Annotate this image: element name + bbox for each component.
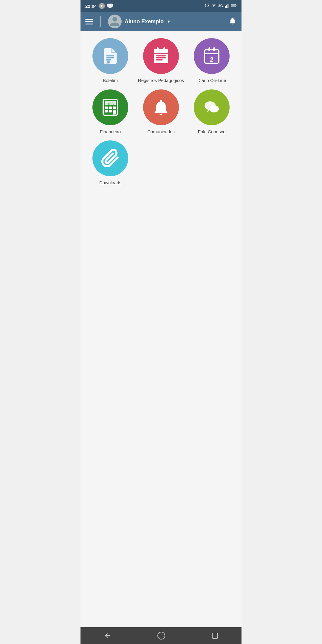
- diario-icon-circle: 2: [194, 38, 230, 74]
- comunicados-icon-circle: [143, 89, 179, 125]
- home-button[interactable]: [157, 631, 165, 640]
- svg-rect-29: [113, 106, 116, 109]
- svg-rect-17: [156, 57, 166, 58]
- fale-icon-circle: [194, 89, 230, 125]
- notification-bell[interactable]: [228, 17, 237, 26]
- navbar-divider: [100, 16, 101, 27]
- status-left: 22:04 P: [85, 3, 113, 9]
- menu-item-diario[interactable]: 2 Diário On-Line: [188, 38, 236, 83]
- svg-rect-1: [109, 7, 111, 7]
- bottom-navigation: [80, 627, 242, 644]
- svg-text:123: 123: [107, 101, 114, 106]
- navbar-left: Aluno Exemplo ▼: [85, 15, 171, 28]
- back-button[interactable]: [104, 632, 111, 639]
- svg-point-35: [209, 105, 219, 112]
- svg-rect-4: [226, 5, 227, 8]
- svg-rect-18: [156, 59, 162, 61]
- parking-icon: P: [99, 3, 105, 9]
- svg-rect-16: [156, 55, 166, 56]
- svg-rect-20: [163, 47, 165, 51]
- svg-rect-0: [107, 4, 113, 7]
- svg-rect-11: [106, 57, 114, 58]
- signal-bars-icon: [225, 4, 229, 9]
- menu-item-boletim[interactable]: Boletim: [86, 38, 134, 83]
- svg-rect-22: [208, 47, 210, 51]
- comunicados-label: Comunicados: [147, 129, 175, 135]
- svg-rect-23: [213, 47, 215, 51]
- svg-point-36: [158, 632, 165, 639]
- svg-rect-28: [109, 106, 112, 109]
- status-time: 22:04: [85, 4, 97, 9]
- svg-rect-8: [236, 5, 237, 6]
- user-section[interactable]: Aluno Exemplo ▼: [108, 15, 171, 28]
- svg-rect-37: [212, 633, 218, 638]
- fale-label: Fale Conosco: [198, 129, 226, 135]
- svg-rect-5: [227, 4, 228, 8]
- battery-icon: [231, 4, 237, 8]
- svg-rect-31: [109, 110, 112, 112]
- menu-item-registros[interactable]: Registros Pedagógicos: [137, 38, 185, 83]
- financeiro-label: Financeiro: [100, 129, 121, 135]
- status-right: 3G: [205, 3, 237, 9]
- svg-point-15: [107, 61, 109, 63]
- menu-item-downloads[interactable]: Downloads: [86, 140, 134, 186]
- menu-grid: Boletim Registros Pedagógicos: [86, 38, 236, 186]
- boletim-icon-circle: [92, 38, 128, 74]
- navbar: Aluno Exemplo ▼: [80, 12, 242, 31]
- downloads-icon-circle: [92, 140, 128, 176]
- user-name: Aluno Exemplo: [125, 18, 164, 25]
- downloads-label: Downloads: [99, 180, 121, 186]
- signal-label: 3G: [218, 4, 223, 8]
- menu-item-comunicados[interactable]: Comunicados: [137, 89, 185, 135]
- registros-icon-circle: [143, 38, 179, 74]
- svg-rect-19: [157, 47, 159, 51]
- svg-text:2: 2: [210, 56, 213, 63]
- registros-label: Registros Pedagógicos: [138, 78, 184, 83]
- screen-icon: [107, 4, 113, 9]
- avatar: [108, 15, 122, 28]
- boletim-label: Boletim: [103, 78, 118, 83]
- dropdown-icon: ▼: [167, 19, 171, 24]
- menu-item-financeiro[interactable]: 123 Financeiro: [86, 89, 134, 135]
- recent-button[interactable]: [212, 632, 218, 639]
- svg-rect-10: [106, 55, 114, 56]
- svg-rect-9: [231, 5, 235, 7]
- status-bar: 22:04 P 3G: [80, 0, 242, 12]
- alarm-icon: [205, 3, 209, 9]
- financeiro-icon-circle: 123: [92, 89, 128, 125]
- svg-rect-2: [109, 7, 112, 8]
- svg-rect-32: [113, 110, 116, 114]
- svg-rect-27: [105, 106, 108, 109]
- svg-rect-30: [105, 110, 108, 112]
- diario-label: Diário On-Line: [197, 78, 226, 83]
- main-content: Boletim Registros Pedagógicos: [80, 31, 242, 627]
- hamburger-menu[interactable]: [85, 19, 93, 24]
- wifi-icon: [211, 4, 216, 9]
- svg-rect-6: [228, 4, 229, 8]
- svg-rect-3: [225, 6, 226, 8]
- menu-item-fale[interactable]: Fale Conosco: [188, 89, 236, 135]
